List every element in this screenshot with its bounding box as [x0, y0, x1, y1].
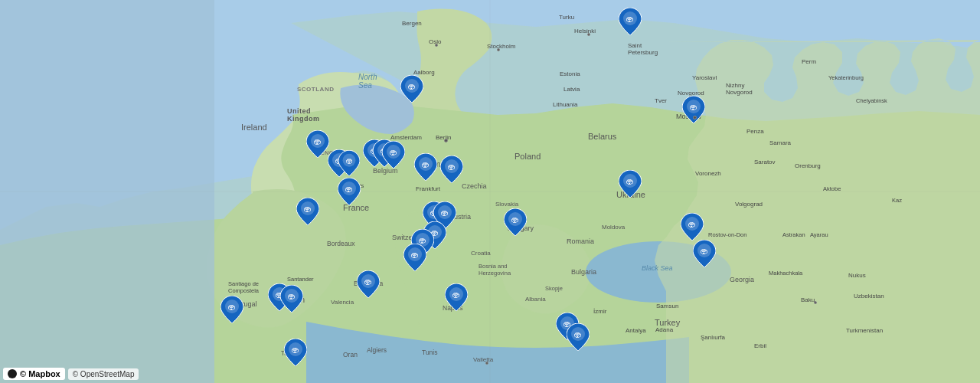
svg-text:🏟: 🏟 — [701, 247, 708, 255]
pin-spain2[interactable]: 🏟 — [280, 285, 303, 313]
pin-hungary[interactable]: 🏟 — [504, 208, 527, 236]
pin-greece2[interactable]: 🏟 — [567, 323, 590, 351]
map-container: Ireland UnitedKingdom SCOTLAND ENGLAND N… — [0, 0, 980, 383]
pin-germany1[interactable]: 🏟 — [382, 141, 405, 169]
mapbox-logo: © Mapbox — [3, 368, 65, 380]
svg-text:🏟: 🏟 — [626, 15, 634, 23]
svg-text:🏟: 🏟 — [448, 162, 456, 171]
svg-text:🏟: 🏟 — [228, 303, 236, 311]
svg-text:🏟: 🏟 — [288, 292, 296, 300]
svg-text:🏟: 🏟 — [411, 250, 419, 259]
svg-text:🏟: 🏟 — [314, 137, 322, 146]
svg-text:🏟: 🏟 — [345, 185, 353, 193]
pin-lyon[interactable]: 🏟 — [296, 198, 319, 225]
svg-text:🏟: 🏟 — [408, 82, 416, 90]
pin-germany3[interactable]: 🏟 — [440, 155, 463, 183]
pin-london2[interactable]: 🏟 — [338, 150, 360, 176]
svg-text:🏟: 🏟 — [304, 205, 312, 213]
pin-paris[interactable]: 🏟 — [338, 178, 361, 205]
pin-tangier[interactable]: 🏟 — [284, 339, 307, 366]
pin-austria5[interactable]: 🏟 — [403, 244, 426, 271]
pin-denmark[interactable]: 🏟 — [400, 75, 423, 103]
pins-layer: 🏟 🏟 🏟 🏟 🏟 🏟 — [0, 0, 980, 383]
pin-portugal[interactable]: 🏟 — [220, 296, 243, 323]
svg-text:🏟: 🏟 — [452, 290, 460, 299]
map-attribution: © Mapbox © OpenStreetMap — [3, 368, 139, 380]
pin-uk[interactable]: 🏟 — [306, 130, 329, 158]
svg-text:🏟: 🏟 — [346, 157, 353, 165]
pin-krasnodar[interactable]: 🏟 — [693, 240, 716, 267]
pin-ukraine1[interactable]: 🏟 — [619, 170, 642, 198]
svg-text:🏟: 🏟 — [574, 330, 582, 339]
pin-ukraine2[interactable]: 🏟 — [681, 213, 704, 241]
pin-naples[interactable]: 🏟 — [445, 283, 468, 311]
svg-text:🏟: 🏟 — [390, 148, 397, 156]
svg-text:🏟: 🏟 — [364, 277, 372, 286]
svg-text:🏟: 🏟 — [292, 345, 299, 354]
svg-text:🏟: 🏟 — [511, 215, 519, 224]
svg-text:🏟: 🏟 — [688, 220, 696, 228]
pin-barcelona[interactable]: 🏟 — [357, 270, 380, 298]
svg-text:🏟: 🏟 — [690, 103, 697, 111]
svg-text:🏟: 🏟 — [441, 208, 449, 217]
pin-germany2[interactable]: 🏟 — [414, 153, 437, 181]
pin-finland[interactable]: 🏟 — [619, 8, 642, 35]
pin-russia[interactable]: 🏟 — [682, 96, 705, 123]
svg-text:🏟: 🏟 — [626, 177, 634, 185]
svg-text:🏟: 🏟 — [422, 160, 430, 169]
osm-attribution: © OpenStreetMap — [68, 368, 139, 380]
